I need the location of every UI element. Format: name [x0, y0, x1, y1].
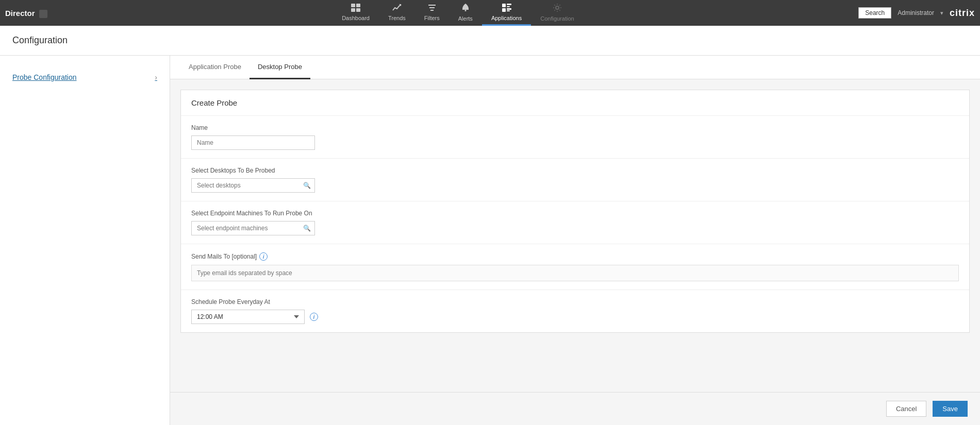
endpoint-search-icon: 🔍	[303, 225, 311, 232]
desktops-search-icon: 🔍	[303, 182, 311, 189]
sidebar: Probe Configuration ›	[0, 56, 170, 425]
email-info-icon[interactable]: i	[259, 252, 268, 261]
email-input[interactable]	[191, 265, 959, 281]
content-area: Application Probe Desktop Probe Create P…	[170, 56, 980, 425]
nav-item-alerts[interactable]: Alerts	[449, 0, 482, 26]
tab-bar: Application Probe Desktop Probe	[170, 56, 980, 79]
app-logo: Director	[5, 9, 47, 18]
tab-desktop-probe-label: Desktop Probe	[258, 63, 302, 71]
email-label: Send Mails To [optional] i	[191, 252, 959, 261]
svg-rect-14	[507, 10, 510, 11]
schedule-row: 12:00 AM 1:00 AM 2:00 AM 6:00 AM 12:00 P…	[191, 310, 959, 324]
search-button[interactable]: Search	[858, 7, 891, 19]
footer-actions: Cancel Save	[170, 392, 980, 425]
sidebar-item-probe-configuration[interactable]: Probe Configuration ›	[0, 66, 170, 89]
main-layout: Probe Configuration › Application Probe …	[0, 56, 980, 425]
nav-item-applications[interactable]: Applications	[482, 1, 531, 26]
name-section: Name	[181, 115, 969, 158]
svg-rect-2	[351, 8, 355, 12]
nav-configuration-label: Configuration	[540, 15, 574, 22]
name-label: Name	[191, 124, 959, 131]
configuration-icon	[553, 3, 562, 14]
schedule-info-icon[interactable]: i	[310, 313, 318, 321]
svg-rect-0	[351, 4, 355, 7]
applications-icon	[502, 4, 511, 14]
desktops-label: Select Desktops To Be Probed	[191, 167, 959, 174]
nav-filters-label: Filters	[424, 15, 440, 21]
admin-chevron: ▾	[940, 10, 943, 16]
tab-application-probe[interactable]: Application Probe	[180, 56, 250, 79]
desktops-input[interactable]	[191, 178, 315, 193]
nav-item-dashboard[interactable]: Dashboard	[333, 1, 379, 26]
chevron-right-icon: ›	[155, 73, 157, 81]
schedule-section: Schedule Probe Everyday At 12:00 AM 1:00…	[181, 290, 969, 332]
email-section: Send Mails To [optional] i	[181, 244, 969, 290]
svg-rect-8	[464, 10, 466, 11]
save-button[interactable]: Save	[933, 401, 968, 417]
svg-rect-9	[502, 4, 506, 7]
nav-alerts-label: Alerts	[458, 15, 473, 22]
svg-rect-1	[356, 4, 360, 7]
tab-application-probe-label: Application Probe	[189, 63, 241, 71]
form-title: Create Probe	[181, 90, 969, 115]
schedule-label: Schedule Probe Everyday At	[191, 298, 959, 305]
endpoint-input[interactable]	[191, 221, 315, 235]
svg-rect-11	[507, 6, 510, 7]
svg-point-15	[556, 6, 559, 9]
citrix-logo: citrix	[950, 8, 975, 19]
dashboard-icon	[351, 4, 360, 14]
svg-rect-3	[356, 8, 360, 12]
app-name: Director	[5, 9, 35, 18]
nav-applications-label: Applications	[491, 15, 522, 21]
nav-trends-label: Trends	[388, 15, 406, 21]
nav-right-actions: Search Administrator ▾ citrix	[858, 7, 975, 19]
cancel-button[interactable]: Cancel	[886, 401, 926, 417]
endpoint-input-wrapper: 🔍	[191, 221, 315, 235]
name-input[interactable]	[191, 135, 315, 150]
app-subtitle	[39, 10, 47, 18]
endpoint-label: Select Endpoint Machines To Run Probe On	[191, 210, 959, 217]
svg-rect-13	[507, 8, 511, 10]
admin-dropdown[interactable]: Administrator	[898, 9, 934, 16]
page-title: Configuration	[12, 35, 68, 45]
tab-desktop-probe[interactable]: Desktop Probe	[250, 56, 310, 79]
desktops-input-wrapper: 🔍	[191, 178, 315, 193]
filters-icon	[427, 4, 437, 14]
svg-rect-12	[502, 8, 506, 12]
nav-items: Dashboard Trends Filters	[58, 0, 859, 26]
nav-item-filters[interactable]: Filters	[415, 1, 449, 26]
schedule-select[interactable]: 12:00 AM 1:00 AM 2:00 AM 6:00 AM 12:00 P…	[191, 310, 305, 324]
desktops-section: Select Desktops To Be Probed 🔍	[181, 158, 969, 201]
create-probe-form: Create Probe Name Select Desktops To Be …	[180, 90, 970, 333]
top-navigation: Director Dashboard Tr	[0, 0, 980, 26]
page-header: Configuration	[0, 26, 980, 56]
trends-icon	[392, 4, 402, 14]
nav-item-configuration: Configuration	[531, 0, 583, 26]
sidebar-item-label: Probe Configuration	[12, 73, 77, 81]
svg-rect-10	[507, 4, 511, 5]
nav-dashboard-label: Dashboard	[342, 15, 370, 21]
alerts-icon	[461, 3, 470, 14]
endpoint-section: Select Endpoint Machines To Run Probe On…	[181, 201, 969, 244]
nav-item-trends[interactable]: Trends	[379, 1, 415, 26]
